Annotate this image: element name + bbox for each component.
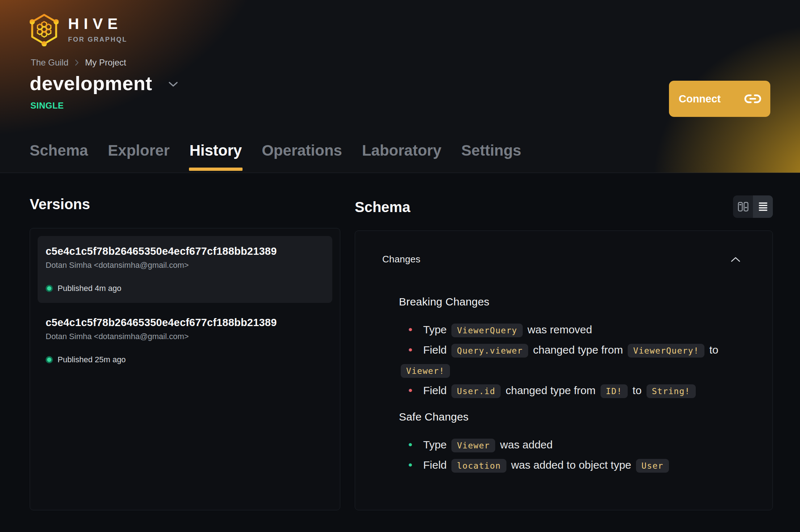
change-item: Field User.id changed type from ID! to S… [399, 381, 736, 401]
breadcrumb: The Guild My Project [31, 57, 126, 68]
version-status-text: Published 25m ago [58, 355, 126, 364]
code-chip: User.id [451, 384, 501, 398]
safe-bullet-icon [399, 455, 423, 474]
chevron-down-icon[interactable] [168, 81, 178, 87]
change-item: Type Viewer was added [399, 435, 736, 455]
code-chip: String! [647, 384, 696, 398]
version-hash: c5e4c1c5f78b26465350e4ecf677cf188bb21389 [46, 316, 324, 329]
change-text: was removed [525, 324, 592, 335]
page-title: development [30, 72, 152, 95]
rows-view-icon [758, 202, 768, 211]
version-status-text: Published 4m ago [58, 284, 121, 293]
view-toggle [733, 195, 773, 218]
change-text: Field [423, 344, 450, 356]
change-text: Type [423, 324, 450, 335]
tab-schema[interactable]: Schema [30, 134, 88, 173]
brand-text: HIVE FOR GRAPHQL [68, 16, 127, 43]
breaking-bullet-icon [399, 381, 423, 400]
connect-button[interactable]: Connect [669, 81, 770, 117]
app-header: HIVE FOR GRAPHQL The Guild My Project de… [0, 0, 800, 173]
version-status: Published 4m ago [46, 284, 324, 293]
change-text: Field [423, 384, 450, 396]
versions-list: c5e4c1c5f78b26465350e4ecf677cf188bb21389… [30, 228, 340, 510]
version-card[interactable]: c5e4c1c5f78b26465350e4ecf677cf188bb21389… [38, 236, 332, 303]
columns-view-button[interactable] [733, 195, 753, 218]
versions-section: Versions c5e4c1c5f78b26465350e4ecf677cf1… [30, 196, 340, 510]
brand-tagline: FOR GRAPHQL [68, 36, 127, 43]
changes-accordion-label: Changes [382, 254, 420, 265]
change-text: was added [497, 439, 552, 451]
published-dot-icon [46, 285, 53, 292]
change-text: Type [423, 439, 450, 451]
breaking-changes-title: Breaking Changes [399, 295, 736, 308]
schema-section: Schema [355, 196, 773, 510]
code-chip: location [451, 459, 506, 473]
code-chip: ViewerQuery [451, 324, 523, 337]
hive-logo-icon [30, 12, 59, 46]
version-status: Published 25m ago [46, 355, 324, 364]
versions-title: Versions [30, 196, 340, 212]
main-content: Versions c5e4c1c5f78b26465350e4ecf677cf1… [0, 173, 800, 510]
tab-operations[interactable]: Operations [262, 134, 342, 173]
tab-bar: Schema Explorer History Operations Labor… [30, 134, 521, 173]
code-chip: User [636, 459, 669, 473]
chevron-up-icon[interactable] [730, 257, 741, 262]
change-text: changed type from [530, 344, 626, 356]
change-text: to [630, 384, 645, 396]
tab-history[interactable]: History [190, 134, 242, 173]
link-icon [744, 94, 761, 104]
change-item: Field location was added to object type … [399, 455, 736, 476]
safe-bullet-icon [399, 435, 423, 454]
code-chip: Viewer! [401, 364, 450, 378]
change-item: Type ViewerQuery was removed [399, 320, 736, 340]
version-hash: c5e4c1c5f78b26465350e4ecf677cf188bb21389 [46, 245, 324, 258]
connect-button-label: Connect [679, 93, 721, 105]
code-chip: Query.viewer [451, 344, 528, 358]
brand-logo[interactable]: HIVE FOR GRAPHQL [30, 12, 127, 46]
changes-panel: Changes Breaking Changes Type ViewerQuer… [355, 231, 773, 510]
chevron-right-icon [75, 59, 79, 66]
breadcrumb-project[interactable]: My Project [85, 57, 126, 68]
code-chip: ViewerQuery! [628, 344, 704, 358]
version-author: Dotan Simha <dotansimha@gmail.com> [46, 332, 324, 341]
changes-accordion-header[interactable]: Changes [382, 254, 741, 265]
published-dot-icon [46, 356, 53, 363]
brand-name: HIVE [68, 16, 127, 31]
change-text: to [706, 344, 718, 356]
change-text: was added to object type [508, 459, 635, 471]
safe-changes-title: Safe Changes [399, 410, 736, 423]
change-text: changed type from [502, 384, 598, 396]
status-badge: SINGLE [30, 101, 64, 111]
columns-view-icon [738, 202, 749, 212]
schema-title: Schema [355, 199, 410, 215]
target-title-row: development [30, 72, 178, 95]
version-card[interactable]: c5e4c1c5f78b26465350e4ecf677cf188bb21389… [38, 307, 332, 374]
breaking-bullet-icon [399, 340, 423, 359]
changes-body: Breaking Changes Type ViewerQuery was re… [399, 295, 736, 476]
tab-explorer[interactable]: Explorer [108, 134, 169, 173]
change-item: Field Query.viewer changed type from Vie… [399, 340, 736, 381]
code-chip: Viewer [451, 439, 495, 452]
rows-view-button[interactable] [753, 195, 773, 218]
tab-settings[interactable]: Settings [461, 134, 521, 173]
tab-laboratory[interactable]: Laboratory [362, 134, 441, 173]
breadcrumb-org[interactable]: The Guild [31, 57, 68, 68]
breaking-changes-list: Type ViewerQuery was removed Field Query… [399, 320, 736, 401]
change-text: Field [423, 459, 450, 471]
breaking-bullet-icon [399, 320, 423, 339]
code-chip: ID! [601, 384, 628, 398]
version-author: Dotan Simha <dotansimha@gmail.com> [46, 261, 324, 270]
safe-changes-list: Type Viewer was added Field location was… [399, 435, 736, 476]
schema-header: Schema [355, 196, 773, 219]
